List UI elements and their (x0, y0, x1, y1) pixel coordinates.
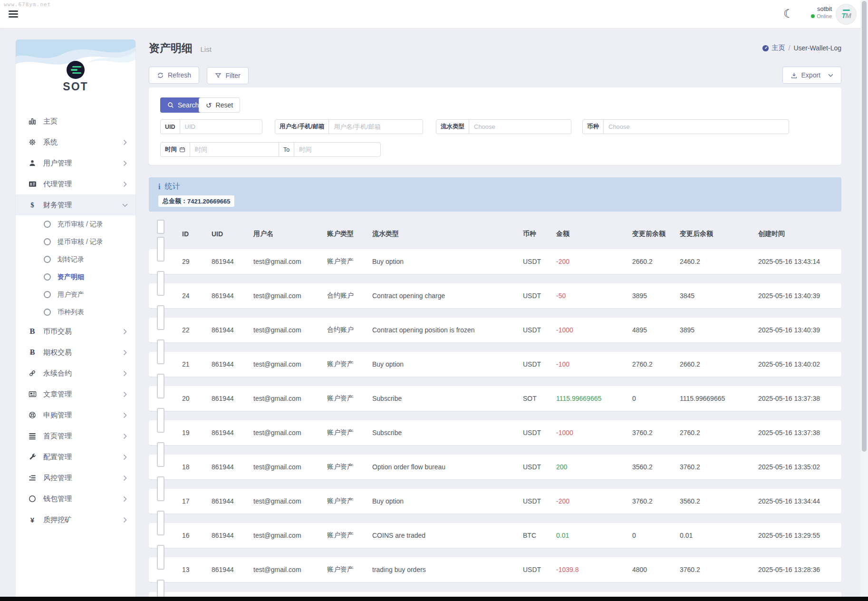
select-all-checkbox[interactable] (157, 220, 164, 234)
sidebar-item-label: 系统 (43, 138, 58, 147)
row-checkbox[interactable] (157, 442, 164, 467)
cell-account-type: 账户资产 (327, 455, 354, 479)
row-checkbox[interactable] (157, 305, 164, 330)
cell-username: test@gmail.com (253, 249, 301, 274)
avatar-logo-text: TM (841, 11, 851, 19)
sidebar-item-label: 主页 (43, 117, 58, 126)
cell-after-balance: 3560.2 (680, 489, 700, 514)
scrollbar-track[interactable] (860, 0, 868, 597)
scrollbar-thumb[interactable] (862, 1, 867, 452)
cell-flow-type: Option order flow bureau (372, 455, 445, 479)
sidebar-item-risk-mgmt[interactable]: 风控管理 (16, 467, 135, 488)
refresh-button[interactable]: Refresh (149, 67, 199, 84)
row-checkbox[interactable] (157, 545, 164, 570)
flow-type-select[interactable] (469, 120, 571, 134)
sidebar-item-staking-mining[interactable]: ¥ 质押挖矿 (16, 509, 135, 530)
cell-coin: USDT (523, 283, 541, 308)
cell-username: test@gmail.com (253, 283, 301, 308)
row-checkbox[interactable] (157, 271, 164, 296)
table-row[interactable]: 16 861944 test@gmail.com 账户资产 COINS are … (149, 523, 841, 548)
row-checkbox[interactable] (157, 237, 164, 262)
cell-uid: 861944 (212, 283, 234, 308)
dark-mode-icon[interactable]: ☾ (783, 6, 794, 22)
sidebar-item-wallet-mgmt[interactable]: 钱包管理 (16, 488, 135, 509)
list-icon (28, 474, 37, 482)
sidebar-subitem-transfer-records[interactable]: 划转记录 (16, 251, 135, 268)
sidebar-item-option-trade[interactable]: Ƀ 期权交易 (16, 342, 135, 363)
sidebar-item-user-mgmt[interactable]: 用户管理 (16, 153, 135, 174)
time-from-input[interactable] (190, 143, 279, 156)
filter-button[interactable]: Filter (207, 67, 248, 84)
row-checkbox[interactable] (157, 374, 164, 398)
row-checkbox[interactable] (157, 339, 164, 364)
menu-toggle-icon[interactable] (9, 10, 18, 18)
cell-amount: -50 (556, 283, 566, 308)
sidebar-subitem-coin-list[interactable]: 币种列表 (16, 303, 135, 321)
online-dot-icon (811, 14, 815, 18)
sidebar-item-config-mgmt[interactable]: 配置管理 (16, 446, 135, 467)
reset-button[interactable]: ↺ Reset (199, 97, 240, 113)
table-row[interactable]: 24 861944 test@gmail.com 合约账户 Contract o… (149, 283, 841, 308)
table-row[interactable]: 29 861944 test@gmail.com 账户资产 Buy option… (149, 249, 841, 274)
table-row[interactable]: 22 861944 test@gmail.com 合约账户 Contract o… (149, 318, 841, 342)
sidebar-item-system[interactable]: 系统 (16, 132, 135, 153)
sidebar-item-home[interactable]: 主页 (16, 111, 135, 132)
sidebar-item-label: 质押挖矿 (43, 515, 72, 524)
cell-username: test@gmail.com (253, 318, 301, 342)
table-row[interactable]: 17 861944 test@gmail.com 账户资产 Buy option… (149, 489, 841, 514)
page-header: 资产明细 List 主页 / User-Wallet-Log (149, 41, 841, 57)
cell-username: test@gmail.com (253, 386, 301, 411)
cell-before-balance: 3895 (632, 283, 647, 308)
cell-amount: -200 (556, 249, 569, 274)
cell-before-balance: 2660.2 (632, 249, 653, 274)
row-checkbox[interactable] (157, 476, 164, 501)
table-row[interactable]: 19 861944 test@gmail.com 账户资产 Subscribe … (149, 420, 841, 445)
sidebar-subitem-withdraw-audit[interactable]: 提币审核 / 记录 (16, 233, 135, 251)
sidebar-item-perpetual[interactable]: 永续合约 (16, 363, 135, 384)
cell-coin: BTC (523, 523, 536, 548)
sidebar-item-agent-mgmt[interactable]: 代理管理 (16, 174, 135, 194)
user-info[interactable]: sotbit Online (798, 5, 832, 19)
chevron-right-icon (123, 181, 127, 187)
cell-after-balance: 2460.2 (680, 249, 700, 274)
cell-username: test@gmail.com (253, 455, 301, 479)
table-row[interactable]: 18 861944 test@gmail.com 账户资产 Option ord… (149, 455, 841, 479)
user-input[interactable] (329, 120, 423, 134)
sidebar-item-article-mgmt[interactable]: 文章管理 (16, 384, 135, 405)
time-to-label: To (279, 143, 294, 156)
time-to-input[interactable] (294, 143, 381, 156)
sidebar-item-homepage-mgmt[interactable]: 首页管理 (16, 426, 135, 446)
chevron-down-icon (123, 202, 127, 208)
sort-asc-icon[interactable]: ↑ (184, 227, 187, 241)
row-checkbox[interactable] (157, 408, 164, 433)
coin-filter-group: 币种 (582, 119, 789, 134)
cell-flow-type: Buy option (372, 249, 404, 274)
cell-flow-type: Buy option (372, 489, 404, 514)
radio-circle-icon (44, 221, 51, 228)
cell-uid: 861944 (212, 352, 234, 377)
sidebar-subitem-user-assets[interactable]: 用户资产 (16, 286, 135, 303)
sidebar-item-spot-trade[interactable]: B 币币交易 (16, 321, 135, 342)
coin-select[interactable] (604, 120, 789, 134)
export-button[interactable]: Export (782, 67, 841, 84)
breadcrumb-home[interactable]: 主页 (762, 44, 785, 52)
sidebar-item-finance-mgmt[interactable]: $ 财务管理 (16, 194, 135, 215)
sidebar-subitem-label: 提币审核 / 记录 (58, 238, 103, 246)
time-filter-group: 时间 To (160, 142, 381, 157)
cell-after-balance: 3760.2 (680, 455, 700, 479)
table-row[interactable]: 13 861944 test@gmail.com 账户资产 trading bu… (149, 557, 841, 582)
chevron-right-icon (123, 349, 127, 356)
table-row[interactable]: 21 861944 test@gmail.com 账户资产 Buy option… (149, 352, 841, 377)
avatar[interactable]: TM (836, 4, 857, 25)
user-icon (28, 159, 37, 167)
cell-after-balance: 0.01 (680, 523, 693, 548)
uid-input[interactable] (180, 120, 262, 134)
sidebar-subitem-deposit-audit[interactable]: 充币审核 / 记录 (16, 215, 135, 233)
chevron-right-icon (123, 454, 127, 460)
table-row[interactable]: 20 861944 test@gmail.com 账户资产 Subscribe … (149, 386, 841, 411)
uid-label: UID (161, 120, 180, 134)
cell-coin: USDT (523, 455, 541, 479)
sidebar-item-subscription-mgmt[interactable]: 申购管理 (16, 405, 135, 426)
sidebar-subitem-asset-detail[interactable]: 资产明细 (16, 268, 135, 286)
row-checkbox[interactable] (157, 511, 164, 535)
